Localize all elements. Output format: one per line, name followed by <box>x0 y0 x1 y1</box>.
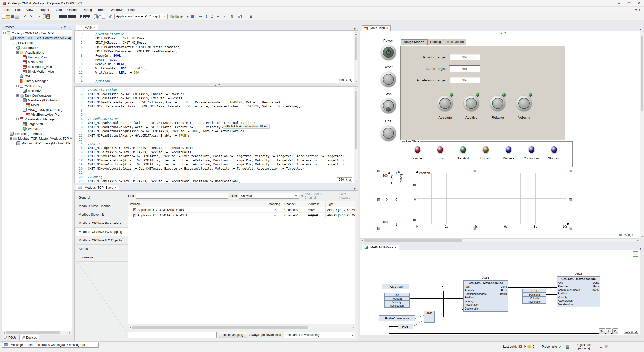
input-pin[interactable]: Execute <box>557 284 580 288</box>
col-channel[interactable]: Channel <box>283 201 307 207</box>
input-pin[interactable]: Axis <box>464 285 487 288</box>
fb-instance-name[interactable]: Abs2 <box>557 272 600 275</box>
toolbar-icon[interactable] <box>72 15 76 18</box>
menu-item[interactable]: Help <box>125 7 137 12</box>
declaration-vertical-scrollbar[interactable]: ▲ ▼ <box>354 31 358 83</box>
stop-switch[interactable] <box>381 98 396 113</box>
toolbar-icon[interactable] <box>170 15 174 18</box>
minimize-button[interactable]: ─ <box>614 0 624 6</box>
declaration-zoom-control[interactable]: 100 % <box>337 78 352 82</box>
implementation-editor[interactable]: 1 //Administration 2 CM1T_MCPower(Axis :… <box>74 86 358 183</box>
toolbar-icon[interactable] <box>102 14 105 19</box>
mapping-status-field[interactable] <box>128 332 217 338</box>
add-fb-button[interactable]: ✚ Add FB for IO Channel... <box>301 192 333 199</box>
toolbar-icon[interactable] <box>6 15 10 19</box>
table-row[interactable]: Application.GVL.CM1TAxis.DataOUT ↗ Chann… <box>128 213 355 218</box>
move-button[interactable] <box>490 96 505 111</box>
toolbar-icon[interactable]: ↦ <box>198 14 203 19</box>
tab-list-dropdown-icon[interactable]: ▼ <box>637 247 644 250</box>
menu-item[interactable]: Build <box>52 7 65 12</box>
toolbar-icon[interactable] <box>97 15 101 18</box>
toolbar-icon[interactable] <box>43 14 46 18</box>
network-tool-icon[interactable]: ⌐ <box>633 251 638 257</box>
tree-item[interactable]: WebVisu <box>2 126 72 131</box>
splitter-grip-icon[interactable]: ▲ ▼ <box>500 32 507 34</box>
tab-main-visu[interactable]: Main_Visu × <box>362 25 391 31</box>
operand-box[interactable]: TRUE <box>522 289 546 293</box>
tab-close-icon[interactable]: × <box>395 246 397 249</box>
toolbar-icon[interactable] <box>107 14 107 19</box>
motion-tab[interactable]: Sinlge Motion <box>401 39 427 45</box>
toolbar-icon[interactable] <box>68 15 72 18</box>
operand-box[interactable]: Position1 <box>384 297 410 300</box>
toolbar-icon[interactable] <box>11 15 14 18</box>
collapse-expander-icon[interactable] <box>16 94 19 97</box>
toolbar-icon[interactable] <box>35 14 35 19</box>
operand-box[interactable]: Acceleation <box>522 300 546 303</box>
toolbar-icon[interactable] <box>109 15 112 18</box>
message-filter-icon[interactable] <box>634 9 638 11</box>
toolbar-icon[interactable] <box>46 14 50 19</box>
input-pin[interactable]: ContinuousUpdate <box>464 292 487 296</box>
maximize-button[interactable]: ▢ <box>624 0 634 6</box>
find-input[interactable] <box>136 193 228 199</box>
mapping-horizontal-scrollbar[interactable]: ◄ ► <box>128 326 355 329</box>
tab-close-icon[interactable]: × <box>386 26 388 30</box>
select-tool-icon[interactable] <box>599 328 605 334</box>
tree-item[interactable]: Main_Visu <box>2 60 72 64</box>
tree-item[interactable]: MultiMotion_Visu <box>2 64 72 69</box>
menu-item[interactable]: Edit <box>12 7 23 12</box>
fbd-zoom-control[interactable]: 100 % <box>624 330 638 334</box>
tree-item[interactable]: Modbus_TCP_Master (Modbus TCP M <box>2 136 72 141</box>
target-input[interactable]: %d <box>449 54 480 60</box>
toolbar-icon[interactable] <box>236 14 236 19</box>
input-pin[interactable]: Execute <box>464 288 487 292</box>
toolbar-icon[interactable]: ✂ <box>37 14 42 19</box>
filter-dropdown[interactable]: Show all ▼ <box>239 193 299 199</box>
motion-tab[interactable]: Homing <box>427 39 444 45</box>
selection-handle[interactable] <box>569 198 572 201</box>
selection-handle[interactable] <box>473 170 476 172</box>
move-button[interactable] <box>437 96 453 111</box>
fbd-canvas[interactable]: ⌐ ≡ CM1TAxis Abs1 CM1T.MC_MoveAbsolute A… <box>360 250 640 335</box>
tree-item[interactable]: SingleMotion_Visu <box>2 69 72 74</box>
toolbar-icon[interactable]: ↧ <box>204 14 209 19</box>
tab-main[interactable]: MAIN × <box>76 25 98 30</box>
tree-item[interactable]: Homing_Visu <box>2 55 72 60</box>
toolbar-icon[interactable] <box>228 14 228 19</box>
power-button[interactable] <box>381 45 396 60</box>
output-pin[interactable]: ErrorID <box>591 288 600 292</box>
target-input[interactable]: %d <box>449 77 480 83</box>
toolbar-icon[interactable] <box>191 15 194 18</box>
splitter-grip-icon[interactable]: ▲ ▼ <box>214 84 221 86</box>
category-item[interactable]: Modbus Slave Channel <box>76 202 128 210</box>
tab-modbus-tcp-slave[interactable]: Modbus_TCP_Slave × <box>76 185 119 190</box>
panel-menu-icon[interactable]: ▾ <box>61 26 62 29</box>
toolbar-icon[interactable]: ⇥ <box>215 14 220 19</box>
target-input[interactable]: %d <box>449 65 480 72</box>
tree-item[interactable]: PLC Logic <box>2 40 72 45</box>
collapse-expander-icon[interactable] <box>10 42 12 44</box>
menu-item[interactable]: Window <box>108 7 125 12</box>
output-pin[interactable]: Error <box>591 284 600 288</box>
category-item[interactable]: ModbusTCPSlave Parameters <box>76 219 128 228</box>
goto-instance-button[interactable]: ⇢ Go to Instance <box>335 192 355 199</box>
messages-tab[interactable]: Messages - Total 1 error(s), 0 warning(s… <box>2 342 99 348</box>
tab-list-dropdown-icon[interactable]: ▼ <box>351 27 358 30</box>
active-application-selector[interactable]: Application [Device: PLC Logic] ▼ <box>114 14 168 19</box>
toolbar-icon[interactable] <box>85 15 88 18</box>
selection-handle[interactable] <box>377 227 380 230</box>
table-row[interactable]: Application.GVL.CM1TAxis.DataIN ↗ Channe… <box>128 207 355 213</box>
col-variable[interactable]: Variable <box>128 201 267 207</box>
input-pin[interactable]: Deceleration <box>557 302 580 306</box>
category-item[interactable]: General <box>76 193 128 202</box>
collapse-expander-icon[interactable] <box>10 137 12 140</box>
collapse-expander-icon[interactable] <box>13 47 15 49</box>
pan-tool-icon[interactable]: + <box>606 328 611 334</box>
toolbar-icon[interactable] <box>59 15 63 18</box>
collapse-expander-icon[interactable] <box>20 109 22 111</box>
input-pin[interactable]: Velocity <box>557 295 580 299</box>
navigator-tab[interactable]: Devices <box>19 335 39 340</box>
input-pin[interactable]: Acceleration <box>557 299 580 302</box>
reset-button[interactable] <box>381 72 396 87</box>
